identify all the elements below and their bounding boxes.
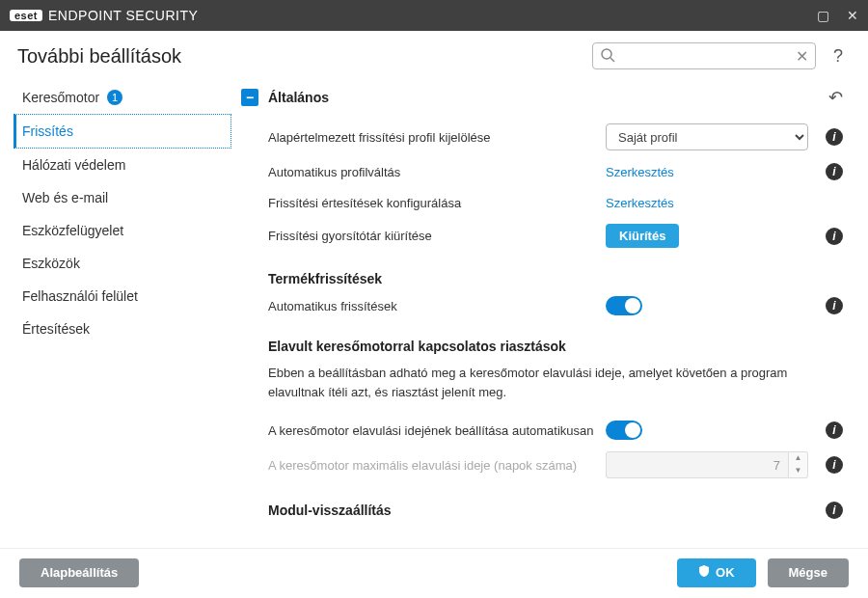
- default-profile-select[interactable]: Saját profil: [606, 123, 808, 150]
- sidebar-item-label: Keresőmotor: [22, 90, 99, 105]
- help-icon[interactable]: ?: [827, 46, 849, 67]
- edit-link[interactable]: Szerkesztés: [606, 165, 674, 179]
- sidebar-item-notifications[interactable]: Értesítések: [14, 313, 231, 345]
- window-controls: ▢ ✕: [817, 8, 858, 23]
- outdated-desc: Ebben a beállításban adható meg a kereső…: [241, 358, 843, 415]
- header: További beállítások ✕ ?: [0, 31, 868, 75]
- sidebar-item-update[interactable]: Frissítés: [14, 114, 231, 149]
- info-icon[interactable]: i: [826, 297, 843, 314]
- info-icon[interactable]: i: [826, 502, 843, 519]
- search-wrap: ✕: [592, 42, 816, 69]
- brand-name: ENDPOINT SECURITY: [48, 8, 198, 23]
- search-icon: [600, 47, 615, 67]
- sidebar-item-engine[interactable]: Keresőmotor 1: [14, 81, 231, 114]
- maximize-icon[interactable]: ▢: [817, 8, 829, 23]
- ok-button[interactable]: OK: [677, 558, 756, 587]
- row-max-age: A keresőmotor maximális elavulási ideje …: [241, 446, 843, 484]
- info-icon[interactable]: i: [826, 421, 843, 439]
- info-icon[interactable]: i: [826, 128, 843, 146]
- shield-icon: [698, 565, 710, 580]
- button-label: OK: [716, 565, 735, 580]
- sidebar-item-label: Web és e-mail: [22, 190, 108, 205]
- sidebar-item-tools[interactable]: Eszközök: [14, 247, 231, 280]
- max-age-input: [606, 451, 789, 478]
- sidebar-item-network[interactable]: Hálózati védelem: [14, 149, 231, 181]
- svg-point-0: [602, 49, 611, 59]
- row-label: Alapértelmezett frissítési profil kijelö…: [268, 130, 594, 145]
- defaults-button[interactable]: Alapbeállítás: [19, 558, 139, 587]
- edit-link[interactable]: Szerkesztés: [606, 196, 674, 210]
- collapse-icon[interactable]: −: [241, 89, 258, 106]
- row-default-profile: Alapértelmezett frissítési profil kijelö…: [241, 118, 843, 156]
- max-age-stepper: ▲ ▼: [606, 451, 808, 478]
- sidebar-item-device-control[interactable]: Eszközfelügyelet: [14, 214, 231, 247]
- brand: eset ENDPOINT SECURITY: [10, 8, 198, 23]
- clear-search-icon[interactable]: ✕: [796, 47, 808, 66]
- brand-logo-box: eset: [10, 10, 42, 21]
- row-auto-updates: Automatikus frissítések i: [241, 290, 843, 321]
- sidebar-item-label: Eszközfelügyelet: [22, 223, 123, 238]
- sidebar-item-web-email[interactable]: Web és e-mail: [14, 181, 231, 214]
- subsection-module-rollback: Modul-visszaállítás i: [241, 484, 843, 523]
- row-label: A keresőmotor elavulási idejének beállít…: [268, 423, 594, 438]
- search-input[interactable]: [592, 42, 816, 69]
- titlebar: eset ENDPOINT SECURITY ▢ ✕: [0, 0, 868, 31]
- page-title: További beállítások: [17, 45, 181, 68]
- row-label: Frissítési értesítések konfigurálása: [268, 196, 594, 210]
- cancel-button[interactable]: Mégse: [768, 558, 849, 587]
- sidebar: Keresőmotor 1 Frissítés Hálózati védelem…: [0, 75, 231, 548]
- row-label: A keresőmotor maximális elavulási ideje …: [268, 458, 594, 473]
- spinner-down-icon[interactable]: ▼: [789, 465, 807, 477]
- button-label: Alapbeállítás: [41, 565, 118, 580]
- clear-cache-button[interactable]: Kiürítés: [606, 224, 679, 248]
- info-icon[interactable]: i: [826, 456, 843, 474]
- sidebar-item-label: Értesítések: [22, 321, 90, 337]
- close-icon[interactable]: ✕: [847, 8, 858, 23]
- subsection-outdated: Elavult keresőmotorral kapcsolatos riasz…: [241, 321, 843, 358]
- subsection-title: Modul-visszaállítás: [268, 503, 392, 518]
- row-auto-profile-switch: Automatikus profilváltás Szerkesztés i: [241, 156, 843, 187]
- svg-line-1: [610, 58, 614, 62]
- section-title: Általános: [268, 90, 329, 105]
- sidebar-item-label: Frissítés: [22, 123, 73, 139]
- row-clear-cache: Frissítési gyorsítótár kiürítése Kiüríté…: [241, 218, 843, 254]
- button-label: Mégse: [789, 565, 827, 580]
- row-label: Automatikus frissítések: [268, 299, 594, 313]
- row-auto-set-age: A keresőmotor elavulási idejének beállít…: [241, 415, 843, 446]
- section-head-general: − Általános ↶: [241, 83, 843, 118]
- row-label: Automatikus profilváltás: [268, 165, 594, 179]
- sidebar-item-ui[interactable]: Felhasználói felület: [14, 280, 231, 313]
- content-scroll[interactable]: − Általános ↶ Alapértelmezett frissítési…: [231, 75, 858, 548]
- sidebar-item-label: Felhasználói felület: [22, 288, 138, 304]
- sidebar-badge: 1: [107, 90, 122, 105]
- sidebar-item-label: Hálózati védelem: [22, 157, 125, 173]
- row-notify-config: Frissítési értesítések konfigurálása Sze…: [241, 187, 843, 218]
- row-label: Frissítési gyorsítótár kiürítése: [268, 229, 594, 243]
- spinner-up-icon[interactable]: ▲: [789, 452, 807, 465]
- sidebar-item-label: Eszközök: [22, 256, 80, 271]
- info-icon[interactable]: i: [826, 228, 843, 245]
- undo-icon[interactable]: ↶: [828, 87, 843, 108]
- footer: Alapbeállítás OK Mégse: [0, 548, 868, 596]
- auto-updates-toggle[interactable]: [606, 296, 642, 315]
- auto-set-age-toggle[interactable]: [606, 421, 642, 440]
- spinner: ▲ ▼: [789, 451, 808, 478]
- subsection-product-updates: Termékfrissítések: [241, 254, 843, 290]
- info-icon[interactable]: i: [826, 163, 843, 180]
